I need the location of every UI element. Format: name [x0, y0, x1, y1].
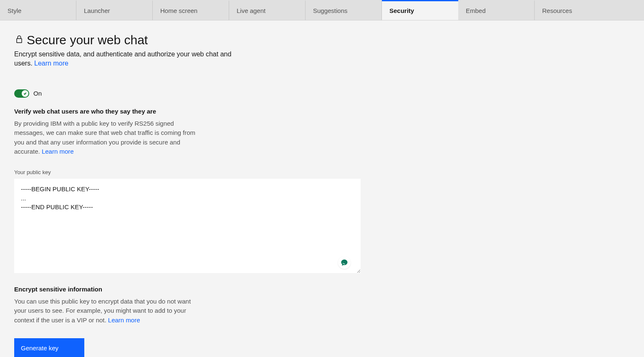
page-title: Secure your web chat	[27, 33, 148, 47]
generate-key-button[interactable]: Generate key	[14, 338, 84, 357]
public-key-textarea[interactable]	[14, 179, 361, 273]
encrypt-section: Encrypt sensitive information You can us…	[14, 286, 361, 325]
encrypt-title: Encrypt sensitive information	[14, 286, 361, 293]
content-area: Secure your web chat Encrypt sensitive d…	[0, 20, 644, 357]
security-toggle-row: On	[14, 89, 630, 98]
tab-embed[interactable]: Embed	[458, 0, 535, 20]
tab-suggestions[interactable]: Suggestions	[306, 0, 382, 20]
verify-desc: By providing IBM with a public key to ve…	[14, 119, 198, 157]
verify-title: Verify web chat users are who they say t…	[14, 108, 361, 115]
page-subtitle: Encrypt sensitive data, and authenticate…	[14, 50, 248, 68]
public-key-label: Your public key	[14, 169, 361, 175]
public-key-wrap	[14, 179, 361, 275]
tab-security[interactable]: Security	[382, 0, 458, 20]
tab-home-screen[interactable]: Home screen	[153, 0, 229, 20]
security-toggle[interactable]	[14, 89, 29, 98]
encrypt-desc: You can use this public key to encrypt d…	[14, 297, 198, 325]
tab-bar: Style Launcher Home screen Live agent Su…	[0, 0, 644, 20]
verify-section: Verify web chat users are who they say t…	[14, 108, 361, 275]
learn-more-encrypt-link[interactable]: Learn more	[108, 316, 140, 324]
tab-launcher[interactable]: Launcher	[76, 0, 153, 20]
learn-more-verify-link[interactable]: Learn more	[42, 148, 74, 155]
tab-resources[interactable]: Resources	[535, 0, 611, 20]
chat-bubble-icon[interactable]	[338, 256, 351, 269]
tab-live-agent[interactable]: Live agent	[229, 0, 306, 20]
page-header: Secure your web chat	[14, 33, 630, 47]
svg-rect-0	[17, 39, 22, 43]
toggle-handle	[22, 90, 28, 97]
lock-icon	[14, 34, 24, 46]
learn-more-header-link[interactable]: Learn more	[34, 60, 68, 67]
tab-style[interactable]: Style	[0, 0, 76, 20]
toggle-label: On	[33, 90, 42, 97]
